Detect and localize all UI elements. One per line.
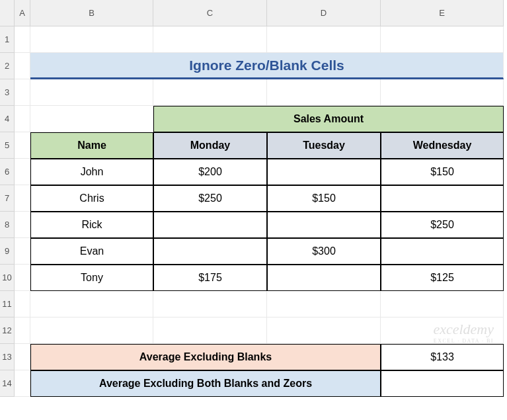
cell-name-2[interactable]: Rick	[30, 212, 153, 238]
sales-amount-header[interactable]: Sales Amount	[153, 106, 504, 132]
row-header-5[interactable]: 5	[0, 132, 15, 159]
row-header-6[interactable]: 6	[0, 159, 15, 185]
cell-A4[interactable]	[15, 106, 30, 132]
cell-A2[interactable]	[15, 53, 30, 79]
cell-tue-4[interactable]	[267, 265, 381, 291]
spreadsheet-grid: A B C D E 1 2 Ignore Zero/Blank Cells 3 …	[0, 0, 507, 397]
cell-B4[interactable]	[30, 106, 153, 132]
cell-A8[interactable]	[15, 212, 30, 238]
cell-C1[interactable]	[153, 26, 267, 53]
cell-E3[interactable]	[381, 79, 504, 106]
cell-A13[interactable]	[15, 344, 30, 370]
cell-wed-0[interactable]: $150	[381, 159, 504, 185]
cell-mon-0[interactable]: $200	[153, 159, 267, 185]
row-header-2[interactable]: 2	[0, 53, 15, 79]
cell-mon-1[interactable]: $250	[153, 185, 267, 212]
row-header-1[interactable]: 1	[0, 26, 15, 53]
col-header-E[interactable]: E	[381, 0, 504, 26]
name-header[interactable]: Name	[30, 132, 153, 159]
cell-tue-3[interactable]: $300	[267, 238, 381, 265]
cell-A11[interactable]	[15, 291, 30, 317]
cell-B12[interactable]	[30, 317, 153, 344]
cell-A5[interactable]	[15, 132, 30, 159]
cell-mon-3[interactable]	[153, 238, 267, 265]
avg-excl-blanks-value[interactable]: $133	[381, 344, 504, 370]
cell-E12[interactable]	[381, 317, 504, 344]
row-header-4[interactable]: 4	[0, 106, 15, 132]
row-header-8[interactable]: 8	[0, 212, 15, 238]
cell-wed-2[interactable]: $250	[381, 212, 504, 238]
select-all-corner[interactable]	[0, 0, 15, 26]
col-header-D[interactable]: D	[267, 0, 381, 26]
cell-A3[interactable]	[15, 79, 30, 106]
day-header-wednesday[interactable]: Wednesday	[381, 132, 504, 159]
row-header-14[interactable]: 14	[0, 370, 15, 397]
day-header-monday[interactable]: Monday	[153, 132, 267, 159]
row-header-9[interactable]: 9	[0, 238, 15, 265]
row-header-11[interactable]: 11	[0, 291, 15, 317]
cell-wed-3[interactable]	[381, 238, 504, 265]
row-header-7[interactable]: 7	[0, 185, 15, 212]
avg-excl-both-value[interactable]	[381, 370, 504, 397]
cell-wed-1[interactable]	[381, 185, 504, 212]
col-header-A[interactable]: A	[15, 0, 30, 26]
cell-C11[interactable]	[153, 291, 267, 317]
sheet-title[interactable]: Ignore Zero/Blank Cells	[30, 53, 504, 79]
row-header-3[interactable]: 3	[0, 79, 15, 106]
cell-B3[interactable]	[30, 79, 153, 106]
col-header-C[interactable]: C	[153, 0, 267, 26]
cell-name-3[interactable]: Evan	[30, 238, 153, 265]
cell-C3[interactable]	[153, 79, 267, 106]
cell-tue-1[interactable]: $150	[267, 185, 381, 212]
row-header-12[interactable]: 12	[0, 317, 15, 344]
cell-name-0[interactable]: John	[30, 159, 153, 185]
cell-A14[interactable]	[15, 370, 30, 397]
cell-E1[interactable]	[381, 26, 504, 53]
cell-tue-2[interactable]	[267, 212, 381, 238]
col-header-B[interactable]: B	[30, 0, 153, 26]
cell-D12[interactable]	[267, 317, 381, 344]
cell-mon-2[interactable]	[153, 212, 267, 238]
cell-B11[interactable]	[30, 291, 153, 317]
cell-E11[interactable]	[381, 291, 504, 317]
cell-wed-4[interactable]: $125	[381, 265, 504, 291]
cell-A7[interactable]	[15, 185, 30, 212]
row-header-10[interactable]: 10	[0, 265, 15, 291]
cell-D1[interactable]	[267, 26, 381, 53]
cell-tue-0[interactable]	[267, 159, 381, 185]
cell-name-4[interactable]: Tony	[30, 265, 153, 291]
cell-D11[interactable]	[267, 291, 381, 317]
cell-B1[interactable]	[30, 26, 153, 53]
cell-mon-4[interactable]: $175	[153, 265, 267, 291]
cell-C12[interactable]	[153, 317, 267, 344]
cell-A9[interactable]	[15, 238, 30, 265]
cell-A6[interactable]	[15, 159, 30, 185]
cell-name-1[interactable]: Chris	[30, 185, 153, 212]
cell-A1[interactable]	[15, 26, 30, 53]
avg-excl-blanks-label[interactable]: Average Excluding Blanks	[30, 344, 381, 370]
row-header-13[interactable]: 13	[0, 344, 15, 370]
cell-A10[interactable]	[15, 265, 30, 291]
cell-A12[interactable]	[15, 317, 30, 344]
avg-excl-both-label[interactable]: Average Excluding Both Blanks and Zeors	[30, 370, 381, 397]
cell-D3[interactable]	[267, 79, 381, 106]
day-header-tuesday[interactable]: Tuesday	[267, 132, 381, 159]
